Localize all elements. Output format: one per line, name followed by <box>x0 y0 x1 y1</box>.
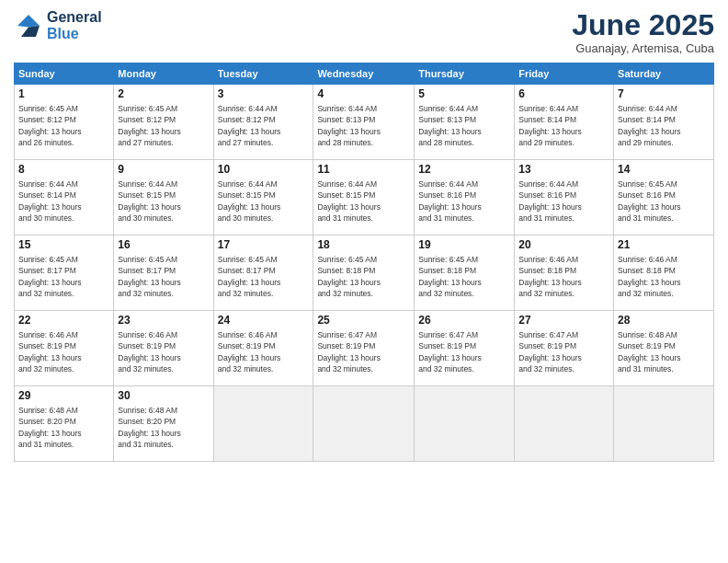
day-number: 23 <box>118 314 209 328</box>
col-thursday: Thursday <box>415 63 515 85</box>
logo-line1: General <box>47 9 102 26</box>
day-number: 4 <box>317 87 410 102</box>
title-area: June 2025 Guanajay, Artemisa, Cuba <box>572 9 714 55</box>
calendar-cell: 24 Sunrise: 6:46 AMSunset: 8:19 PMDaylig… <box>213 311 313 386</box>
logo-icon <box>14 11 43 40</box>
day-number: 15 <box>18 238 109 253</box>
day-info: Sunrise: 6:47 AMSunset: 8:19 PMDaylight:… <box>418 330 482 373</box>
calendar-cell <box>213 386 313 462</box>
day-info: Sunrise: 6:44 AMSunset: 8:15 PMDaylight:… <box>118 179 181 223</box>
day-info: Sunrise: 6:44 AMSunset: 8:15 PMDaylight:… <box>218 179 281 223</box>
calendar-cell: 26 Sunrise: 6:47 AMSunset: 8:19 PMDaylig… <box>415 311 515 386</box>
calendar-body: 1 Sunrise: 6:45 AMSunset: 8:12 PMDayligh… <box>15 85 714 462</box>
calendar-cell: 8 Sunrise: 6:44 AMSunset: 8:14 PMDayligh… <box>15 160 114 236</box>
calendar-week-row: 29 Sunrise: 6:48 AMSunset: 8:20 PMDaylig… <box>15 386 714 462</box>
calendar-cell: 18 Sunrise: 6:45 AMSunset: 8:18 PMDaylig… <box>313 236 415 311</box>
day-number: 26 <box>418 314 510 328</box>
day-number: 1 <box>18 87 109 102</box>
day-number: 25 <box>317 314 410 328</box>
day-info: Sunrise: 6:45 AMSunset: 8:17 PMDaylight:… <box>118 255 181 298</box>
day-info: Sunrise: 6:44 AMSunset: 8:13 PMDaylight:… <box>317 104 381 147</box>
col-sunday: Sunday <box>15 63 114 85</box>
day-number: 21 <box>618 238 710 253</box>
day-info: Sunrise: 6:44 AMSunset: 8:14 PMDaylight:… <box>18 179 82 223</box>
day-info: Sunrise: 6:45 AMSunset: 8:18 PMDaylight:… <box>317 255 381 298</box>
location-subtitle: Guanajay, Artemisa, Cuba <box>572 41 714 55</box>
day-number: 17 <box>218 238 310 253</box>
col-friday: Friday <box>515 63 614 85</box>
calendar-cell: 7 Sunrise: 6:44 AMSunset: 8:14 PMDayligh… <box>614 85 714 160</box>
calendar-cell: 20 Sunrise: 6:46 AMSunset: 8:18 PMDaylig… <box>515 236 614 311</box>
day-number: 20 <box>518 238 609 253</box>
day-number: 14 <box>618 163 710 178</box>
calendar-cell: 14 Sunrise: 6:45 AMSunset: 8:16 PMDaylig… <box>614 160 714 236</box>
day-info: Sunrise: 6:44 AMSunset: 8:14 PMDaylight:… <box>518 104 582 147</box>
day-info: Sunrise: 6:46 AMSunset: 8:19 PMDaylight:… <box>18 330 82 373</box>
calendar-cell: 28 Sunrise: 6:48 AMSunset: 8:19 PMDaylig… <box>614 311 714 386</box>
calendar-cell: 5 Sunrise: 6:44 AMSunset: 8:13 PMDayligh… <box>415 85 515 160</box>
day-info: Sunrise: 6:46 AMSunset: 8:19 PMDaylight:… <box>218 330 281 373</box>
day-info: Sunrise: 6:44 AMSunset: 8:15 PMDaylight:… <box>317 179 381 223</box>
logo: General Blue <box>14 9 102 42</box>
calendar-cell: 1 Sunrise: 6:45 AMSunset: 8:12 PMDayligh… <box>15 85 114 160</box>
day-info: Sunrise: 6:48 AMSunset: 8:20 PMDaylight:… <box>118 406 181 449</box>
calendar-week-row: 1 Sunrise: 6:45 AMSunset: 8:12 PMDayligh… <box>15 85 714 160</box>
day-info: Sunrise: 6:44 AMSunset: 8:12 PMDaylight:… <box>218 104 281 147</box>
calendar-header: Sunday Monday Tuesday Wednesday Thursday… <box>15 63 714 85</box>
svg-marker-0 <box>17 15 40 28</box>
day-info: Sunrise: 6:44 AMSunset: 8:14 PMDaylight:… <box>618 104 681 147</box>
calendar-cell: 30 Sunrise: 6:48 AMSunset: 8:20 PMDaylig… <box>114 386 213 462</box>
calendar-cell: 11 Sunrise: 6:44 AMSunset: 8:15 PMDaylig… <box>313 160 415 236</box>
header: General Blue June 2025 Guanajay, Artemis… <box>14 9 714 55</box>
day-number: 2 <box>118 87 209 102</box>
day-info: Sunrise: 6:45 AMSunset: 8:17 PMDaylight:… <box>18 255 82 298</box>
header-row: Sunday Monday Tuesday Wednesday Thursday… <box>15 63 714 85</box>
calendar-cell: 29 Sunrise: 6:48 AMSunset: 8:20 PMDaylig… <box>15 386 114 462</box>
day-info: Sunrise: 6:45 AMSunset: 8:12 PMDaylight:… <box>118 104 181 147</box>
calendar-cell <box>614 386 714 462</box>
calendar-cell: 4 Sunrise: 6:44 AMSunset: 8:13 PMDayligh… <box>313 85 415 160</box>
day-number: 27 <box>518 314 609 328</box>
day-info: Sunrise: 6:47 AMSunset: 8:19 PMDaylight:… <box>317 330 381 373</box>
calendar-cell: 12 Sunrise: 6:44 AMSunset: 8:16 PMDaylig… <box>415 160 515 236</box>
day-number: 22 <box>18 314 109 328</box>
day-number: 7 <box>618 87 710 102</box>
day-number: 29 <box>18 389 109 404</box>
day-number: 13 <box>518 163 609 178</box>
calendar-cell: 17 Sunrise: 6:45 AMSunset: 8:17 PMDaylig… <box>213 236 313 311</box>
calendar-cell: 9 Sunrise: 6:44 AMSunset: 8:15 PMDayligh… <box>114 160 213 236</box>
calendar-cell: 3 Sunrise: 6:44 AMSunset: 8:12 PMDayligh… <box>213 85 313 160</box>
calendar-cell: 16 Sunrise: 6:45 AMSunset: 8:17 PMDaylig… <box>114 236 213 311</box>
col-wednesday: Wednesday <box>313 63 415 85</box>
day-info: Sunrise: 6:44 AMSunset: 8:16 PMDaylight:… <box>518 179 582 223</box>
calendar-cell: 21 Sunrise: 6:46 AMSunset: 8:18 PMDaylig… <box>614 236 714 311</box>
calendar-cell: 10 Sunrise: 6:44 AMSunset: 8:15 PMDaylig… <box>213 160 313 236</box>
day-info: Sunrise: 6:45 AMSunset: 8:17 PMDaylight:… <box>218 255 281 298</box>
day-number: 19 <box>418 238 510 253</box>
day-number: 6 <box>518 87 609 102</box>
calendar-cell: 2 Sunrise: 6:45 AMSunset: 8:12 PMDayligh… <box>114 85 213 160</box>
day-number: 24 <box>218 314 310 328</box>
calendar-week-row: 22 Sunrise: 6:46 AMSunset: 8:19 PMDaylig… <box>15 311 714 386</box>
day-number: 8 <box>18 163 109 178</box>
day-info: Sunrise: 6:47 AMSunset: 8:19 PMDaylight:… <box>518 330 582 373</box>
calendar-cell: 25 Sunrise: 6:47 AMSunset: 8:19 PMDaylig… <box>313 311 415 386</box>
day-info: Sunrise: 6:48 AMSunset: 8:20 PMDaylight:… <box>18 406 82 449</box>
calendar-week-row: 15 Sunrise: 6:45 AMSunset: 8:17 PMDaylig… <box>15 236 714 311</box>
day-number: 12 <box>418 163 510 178</box>
day-info: Sunrise: 6:46 AMSunset: 8:18 PMDaylight:… <box>618 255 681 298</box>
day-number: 9 <box>118 163 209 178</box>
page: General Blue June 2025 Guanajay, Artemis… <box>0 0 728 563</box>
svg-marker-1 <box>21 26 40 37</box>
calendar-cell <box>415 386 515 462</box>
day-number: 30 <box>118 389 209 404</box>
col-tuesday: Tuesday <box>213 63 313 85</box>
calendar-cell <box>313 386 415 462</box>
day-info: Sunrise: 6:44 AMSunset: 8:16 PMDaylight:… <box>418 179 482 223</box>
calendar-week-row: 8 Sunrise: 6:44 AMSunset: 8:14 PMDayligh… <box>15 160 714 236</box>
calendar-cell <box>515 386 614 462</box>
logo-text: General Blue <box>47 9 102 42</box>
day-info: Sunrise: 6:45 AMSunset: 8:16 PMDaylight:… <box>618 179 681 223</box>
calendar-cell: 13 Sunrise: 6:44 AMSunset: 8:16 PMDaylig… <box>515 160 614 236</box>
day-number: 11 <box>317 163 410 178</box>
